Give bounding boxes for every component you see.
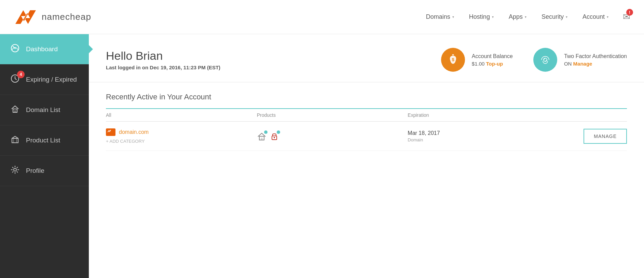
ssl-product-icon [270, 131, 279, 141]
nav-item-domains[interactable]: Domains ▾ [419, 13, 462, 20]
notification-badge: ! [626, 9, 633, 16]
add-category-button[interactable]: + ADD CATEGORY [106, 139, 257, 144]
chevron-down-icon: ▾ [492, 15, 494, 19]
recently-active-title: Recently Active in Your Account [106, 93, 627, 101]
svg-point-13 [274, 137, 275, 138]
main-layout: Dashboard 4 Expiring / Expired Domain Li… [0, 34, 644, 278]
speedometer-icon [10, 44, 20, 55]
sidebar: Dashboard 4 Expiring / Expired Domain Li… [0, 34, 89, 278]
gear-icon [10, 165, 20, 176]
greeting-text: Hello Brian [106, 49, 220, 62]
domain-name-link[interactable]: domain.com [119, 129, 149, 135]
box-icon [10, 135, 20, 146]
balance-label: Account Balance [472, 53, 513, 59]
two-factor-info: Two Factor Authentication ON Manage [564, 53, 627, 67]
balance-info: Account Balance $1.00 Top-up [472, 53, 513, 67]
account-widgets: $ Account Balance $1.00 Top-up [441, 48, 627, 72]
content-header: Hello Brian Last logged in on Dec 19, 20… [89, 34, 644, 82]
sidebar-item-label: Product List [26, 137, 60, 144]
sidebar-item-domain-list[interactable]: Domain List [0, 95, 89, 125]
chevron-down-icon: ▾ [525, 15, 526, 19]
hosting-dot [264, 130, 268, 134]
two-factor-title: Two Factor Authentication [564, 53, 627, 59]
messages-button[interactable]: ✉ ! [623, 12, 630, 22]
two-factor-manage-link[interactable]: Manage [573, 61, 592, 67]
home-icon [10, 105, 20, 115]
svg-rect-11 [261, 138, 263, 140]
nav-links: Domains ▾ Hosting ▾ Apps ▾ Security ▾ Ac… [419, 13, 616, 20]
table-header: All Products Expiration [106, 108, 627, 122]
svg-text:$: $ [452, 57, 454, 62]
col-header-products: Products [257, 112, 408, 118]
nav-item-hosting[interactable]: Hosting ▾ [462, 13, 501, 20]
sidebar-item-label: Domain List [26, 106, 60, 114]
namecheap-logo[interactable] [14, 8, 38, 26]
balance-icon-circle: $ [441, 48, 465, 72]
sidebar-item-dashboard[interactable]: Dashboard [0, 34, 89, 65]
ssl-dot [277, 130, 280, 134]
greeting-block: Hello Brian Last logged in on Dec 19, 20… [106, 49, 220, 70]
recently-active-section: Recently Active in Your Account All Prod… [89, 82, 644, 161]
balance-amount: $1.00 [472, 61, 485, 67]
last-login-text: Last logged in on Dec 19, 2016, 11:23 PM… [106, 65, 220, 70]
svg-rect-5 [12, 138, 18, 143]
expiration-type: Domain [408, 137, 559, 142]
col-header-expiration: Expiration [408, 112, 559, 118]
two-factor-on-text: ON [564, 61, 572, 67]
nav-item-account[interactable]: Account ▾ [575, 13, 616, 20]
sidebar-item-label: Profile [26, 167, 44, 175]
manage-cell: MANAGE [559, 129, 627, 144]
chevron-down-icon: ▾ [607, 15, 608, 19]
nav-item-apps[interactable]: Apps ▾ [501, 13, 534, 20]
sidebar-item-label: Expiring / Expired [26, 76, 77, 83]
account-balance-widget: $ Account Balance $1.00 Top-up [441, 48, 513, 72]
domain-cell: domain.com + ADD CATEGORY [106, 128, 257, 144]
svg-point-6 [14, 168, 16, 171]
balance-value: $1.00 Top-up [472, 61, 513, 67]
top-nav: namecheap Domains ▾ Hosting ▾ Apps ▾ Sec… [0, 0, 644, 34]
expiration-cell: Mar 18, 2017 Domain [408, 130, 559, 142]
products-cell [257, 131, 408, 141]
domain-name-row: domain.com [106, 128, 257, 136]
logo-text: namecheap [42, 12, 91, 22]
two-factor-status: ON Manage [564, 61, 627, 67]
sidebar-item-product-list[interactable]: Product List [0, 125, 89, 156]
logo-area: namecheap [14, 8, 419, 26]
topup-link[interactable]: Top-up [486, 61, 503, 67]
two-factor-icon-circle [533, 48, 557, 72]
two-factor-widget: Two Factor Authentication ON Manage [533, 48, 627, 72]
fingerprint-icon [539, 53, 552, 66]
col-header-all: All [106, 112, 257, 118]
expiration-date: Mar 18, 2017 [408, 130, 559, 136]
svg-rect-9 [106, 128, 115, 136]
chevron-down-icon: ▾ [566, 15, 567, 19]
money-bag-icon: $ [447, 54, 459, 66]
nav-item-security[interactable]: Security ▾ [534, 13, 575, 20]
manage-button[interactable]: MANAGE [584, 129, 627, 144]
col-header-actions [559, 112, 627, 118]
domain-nc-logo [106, 128, 115, 136]
hosting-product-icon [257, 131, 266, 141]
chevron-down-icon: ▾ [452, 15, 454, 19]
table-row: domain.com + ADD CATEGORY [106, 122, 627, 151]
svg-rect-4 [14, 110, 16, 112]
main-content: Hello Brian Last logged in on Dec 19, 20… [89, 34, 644, 278]
sidebar-item-label: Dashboard [26, 45, 58, 53]
sidebar-item-expiring-expired[interactable]: 4 Expiring / Expired [0, 65, 89, 95]
expiring-badge: 4 [17, 71, 25, 78]
sidebar-item-profile[interactable]: Profile [0, 156, 89, 186]
